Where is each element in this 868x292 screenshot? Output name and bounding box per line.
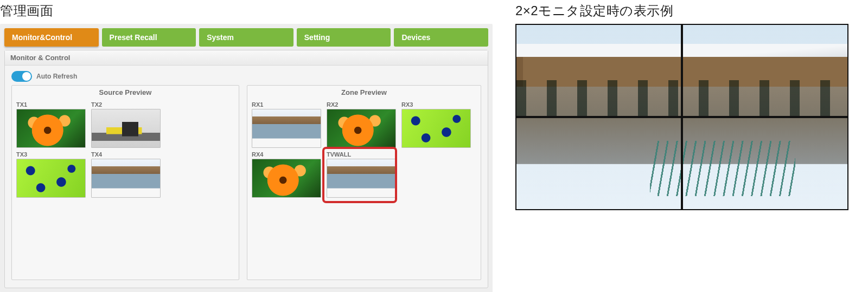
tab-system[interactable]: System	[199, 28, 293, 47]
zone-preview-title: Zone Preview	[247, 86, 481, 98]
tab-monitor-control[interactable]: Monitor&Control	[4, 28, 99, 47]
wall-example-heading: 2×2モニタ設定時の表示例	[515, 2, 852, 20]
source-thumb-tx1: TX1	[16, 101, 87, 148]
tab-setting[interactable]: Setting	[297, 28, 391, 47]
zone-thumb-image[interactable]	[401, 109, 471, 148]
zone-thumb-image[interactable]	[252, 159, 321, 198]
admin-screen-heading: 管理画面	[0, 2, 499, 20]
tab-devices[interactable]: Devices	[394, 28, 488, 47]
video-wall-image-detail	[516, 80, 847, 117]
zone-thumb-rx4: RX4	[252, 151, 322, 198]
zone-thumb-rx3: RX3	[401, 101, 472, 148]
video-wall-2x2	[515, 24, 848, 210]
tab-preset-recall[interactable]: Preset Recall	[102, 28, 196, 47]
source-preview-box: Source Preview TX1 TX2 TX3	[11, 85, 239, 280]
zone-preview-box: Zone Preview RX1 RX2 RX3	[247, 85, 481, 280]
auto-refresh-label: Auto Refresh	[36, 73, 77, 80]
zone-thumb-image[interactable]	[327, 109, 396, 148]
auto-refresh-toggle[interactable]	[11, 71, 32, 82]
source-thumb-image[interactable]	[91, 159, 161, 198]
zone-thumb-label: RX3	[401, 101, 472, 108]
source-thumb-tx2: TX2	[91, 101, 162, 148]
source-thumb-label: TX4	[91, 151, 162, 158]
zone-thumb-rx2: RX2	[327, 101, 397, 148]
source-thumb-image[interactable]	[91, 109, 161, 148]
source-preview-title: Source Preview	[12, 86, 239, 98]
source-thumb-image[interactable]	[16, 109, 86, 148]
monitor-control-panel: Monitor & Control Auto Refresh Source Pr…	[4, 50, 488, 288]
monitor-control-panel-title: Monitor & Control	[5, 50, 488, 66]
zone-thumb-label: RX4	[252, 151, 322, 158]
zone-thumb-label: TVWALL	[327, 151, 393, 158]
zone-thumb-label: RX1	[252, 101, 322, 108]
source-thumb-label: TX3	[16, 151, 87, 158]
admin-panel: Monitor&Control Preset Recall System Set…	[0, 24, 493, 292]
source-thumb-label: TX2	[91, 101, 162, 108]
source-thumb-image[interactable]	[16, 159, 86, 198]
source-thumb-label: TX1	[16, 101, 87, 108]
zone-thumb-grid: RX1 RX2 RX3	[247, 98, 481, 201]
zone-thumb-image[interactable]	[252, 109, 321, 148]
zone-thumb-image[interactable]	[327, 159, 396, 198]
video-wall-image	[516, 25, 847, 209]
zone-thumb-label: RX2	[327, 101, 397, 108]
zone-thumb-rx1: RX1	[252, 101, 322, 148]
tab-row: Monitor&Control Preset Recall System Set…	[4, 28, 488, 47]
zone-thumb-tvwall: TVWALL	[324, 149, 395, 201]
source-thumb-tx4: TX4	[91, 151, 162, 198]
source-thumb-grid: TX1 TX2 TX3	[12, 98, 239, 201]
source-thumb-tx3: TX3	[16, 151, 87, 198]
